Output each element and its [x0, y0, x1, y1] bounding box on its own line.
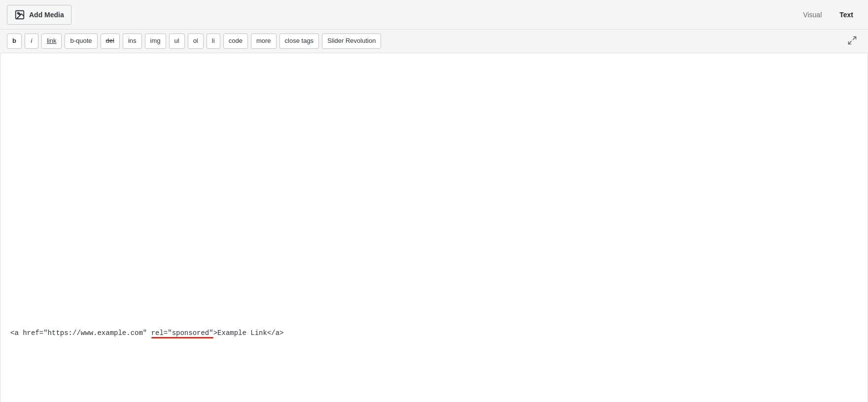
format-btn-ol[interactable]: ol	[188, 34, 204, 48]
svg-line-4	[853, 37, 856, 40]
format-btn-code[interactable]: code	[223, 34, 248, 48]
add-media-icon	[14, 9, 25, 20]
format-btn-img[interactable]: img	[145, 34, 166, 48]
format-btn-del[interactable]: del	[101, 34, 120, 48]
format-btn-link[interactable]: link	[41, 34, 62, 48]
add-media-label: Add Media	[29, 11, 64, 19]
editor-content[interactable]: <a href="https://www.example.com" rel="s…	[10, 329, 858, 402]
svg-line-5	[849, 41, 852, 44]
editor-wrapper: Add Media Visual Text b i link b-quote d…	[0, 0, 868, 402]
format-btn-ins[interactable]: ins	[123, 34, 142, 48]
html-pre-text: <a href="https://www.example.com"	[10, 329, 151, 337]
view-tabs: Visual Text	[795, 8, 861, 22]
tab-visual[interactable]: Visual	[795, 8, 830, 22]
html-code-line: <a href="https://www.example.com" rel="s…	[10, 329, 858, 342]
format-btn-b[interactable]: b	[7, 34, 22, 48]
add-media-button[interactable]: Add Media	[7, 5, 71, 25]
html-post-text: >Example Link</a>	[213, 329, 284, 337]
format-btn-li[interactable]: li	[207, 34, 220, 48]
format-btn-i[interactable]: i	[25, 34, 38, 48]
text-editor-area[interactable]: <a href="https://www.example.com" rel="s…	[0, 53, 868, 402]
format-bar: b i link b-quote del ins img ul ol li co	[0, 30, 868, 53]
format-btn-close-tags[interactable]: close tags	[279, 34, 319, 48]
format-btn-bquote[interactable]: b-quote	[65, 34, 97, 48]
format-btn-ul[interactable]: ul	[169, 34, 185, 48]
tab-text[interactable]: Text	[832, 8, 861, 22]
svg-point-1	[17, 12, 19, 14]
format-btn-slider-revolution[interactable]: Slider Revolution	[322, 34, 381, 48]
fullscreen-button[interactable]	[843, 34, 861, 49]
top-bar: Add Media Visual Text	[0, 0, 868, 30]
fullscreen-icon	[847, 35, 857, 45]
format-btn-more[interactable]: more	[251, 34, 277, 48]
sponsored-attribute: rel="sponsored"	[151, 329, 213, 337]
